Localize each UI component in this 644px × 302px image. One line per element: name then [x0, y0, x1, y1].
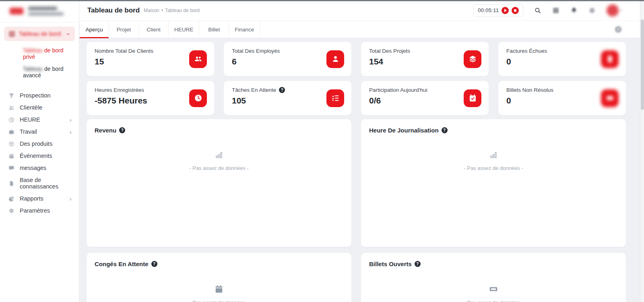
- tasks-icon: [326, 89, 344, 107]
- sidebar-item-private-dashboard[interactable]: Tableau de bord privé: [0, 44, 79, 63]
- sidebar-item-heure[interactable]: HEURE ›: [0, 114, 79, 126]
- chevron-right-icon: ›: [70, 129, 72, 135]
- settings-icon[interactable]: [588, 7, 596, 14]
- stat-card-total-clients: Nombre Total De Clients 15: [87, 42, 214, 76]
- chevron-down-icon: ›: [619, 9, 625, 11]
- empty-state: - Pas assez de données -: [369, 284, 618, 302]
- sidebar-item-dashboard[interactable]: Tableau de bord ›: [4, 27, 75, 41]
- panel-title: Revenu ?: [95, 127, 343, 134]
- page-title: Tableau de bord: [87, 6, 140, 14]
- ticket-icon: [489, 284, 498, 294]
- tab-apercu[interactable]: Aperçu: [79, 21, 109, 38]
- sidebar-nav: Prospection Clientèle HEURE › Travail › …: [0, 85, 79, 217]
- dashboard-tabs: Aperçu Projet Client HEURE Billet Financ…: [79, 21, 644, 38]
- app-root: Tableau de bord › Tableau de bord privé …: [0, 0, 644, 302]
- tab-projet[interactable]: Projet: [109, 21, 139, 38]
- empty-text: - Pas assez de données -: [464, 165, 523, 171]
- stat-card-heures-enregistrees: Heures Enregistrées -5875 Heures: [87, 81, 214, 115]
- users-icon: [189, 50, 207, 68]
- panel-title: Heure De Journalisation ?: [369, 127, 618, 134]
- help-icon[interactable]: ?: [279, 87, 285, 93]
- ticket-icon: [601, 89, 619, 107]
- breadcrumb: Maison • Tableau de bord: [144, 8, 200, 13]
- box-icon: [8, 141, 14, 147]
- page-scrollbar: [640, 0, 644, 302]
- scrollbar-thumb[interactable]: [641, 19, 644, 110]
- sidebar-item-travail[interactable]: Travail ›: [0, 126, 79, 138]
- panel-title: Congés En Attente ?: [95, 261, 343, 267]
- pie-chart-icon: [8, 196, 14, 202]
- panel-heure-journalisation: Heure De Journalisation ? - Pas assez de…: [361, 119, 626, 247]
- calendar-check-icon: [464, 89, 481, 107]
- tab-billet[interactable]: Billet: [199, 21, 229, 38]
- clock-icon: [8, 117, 14, 123]
- sidebar-item-produits[interactable]: Des produits: [0, 138, 79, 150]
- sidebar: Tableau de bord › Tableau de bord privé …: [0, 0, 79, 302]
- time-tracker-widget: 00:05:11: [473, 4, 523, 17]
- stat-card-factures-echues: Factures Échues 0: [498, 42, 626, 76]
- dashboard-content: Nombre Total De Clients 15 Total Des Emp…: [79, 38, 644, 302]
- page-header: Tableau de bord Maison • Tableau de bord…: [79, 0, 644, 21]
- sidebar-item-evenements[interactable]: Événements: [0, 150, 79, 162]
- bell-icon[interactable]: [570, 7, 578, 14]
- calendar-icon: [214, 284, 224, 294]
- panel-conges-en-attente: Congés En Attente ? - Pas assez de donné…: [87, 253, 351, 302]
- document-icon: [8, 180, 14, 186]
- briefcase-icon: [8, 129, 14, 135]
- sidebar-item-base-connaissances[interactable]: Base de connaissances: [0, 174, 79, 192]
- company-name-blurred: [28, 7, 57, 10]
- chevron-right-icon: ›: [70, 196, 72, 202]
- widget-settings-icon[interactable]: [613, 25, 623, 34]
- stat-card-total-projets: Total Des Projets 154: [361, 42, 489, 76]
- timer-play-button[interactable]: [502, 7, 509, 14]
- invoice-icon: [601, 50, 619, 68]
- help-icon[interactable]: ?: [442, 127, 448, 133]
- sidebar-item-parametres[interactable]: Paramètres: [0, 205, 79, 217]
- sidebar-item-clientele[interactable]: Clientèle: [0, 101, 79, 114]
- timer-value: 00:05:11: [478, 7, 499, 13]
- empty-state: - Pas assez de données -: [369, 151, 618, 171]
- empty-text: - Pas assez de données -: [189, 165, 248, 171]
- timer-stop-button[interactable]: [512, 7, 519, 14]
- stat-card-total-employes: Total Des Employés 6: [224, 42, 351, 76]
- funnel-icon: [8, 93, 14, 99]
- gear-icon: [8, 208, 14, 214]
- header-controls: 00:05:11 ›: [473, 4, 634, 17]
- stat-card-taches-en-attente: Tâches En Attente ? 105: [224, 81, 351, 115]
- bar-chart-icon: [215, 151, 223, 159]
- tab-client[interactable]: Client: [139, 21, 169, 38]
- user-menu[interactable]: ›: [607, 4, 623, 17]
- calendar-icon: [8, 153, 14, 159]
- chat-icon: [8, 165, 14, 171]
- layers-icon: [464, 50, 481, 68]
- logo-icon: [10, 8, 23, 14]
- sidebar-item-rapports[interactable]: Rapports ›: [0, 192, 79, 205]
- dashboard-icon: [9, 31, 15, 37]
- stat-card-participation: Participation Aujourd'hui 0/6: [361, 81, 489, 115]
- help-icon[interactable]: ?: [119, 127, 125, 133]
- breadcrumb-home[interactable]: Maison: [144, 8, 159, 13]
- sidebar-item-advanced-dashboard[interactable]: Tableau de bord avancé: [0, 63, 79, 81]
- sidebar-item-prospection[interactable]: Prospection: [0, 89, 79, 101]
- breadcrumb-separator: •: [161, 8, 163, 13]
- breadcrumb-current: Tableau de bord: [165, 8, 200, 13]
- bottom-row: Congés En Attente ? - Pas assez de donné…: [87, 253, 626, 302]
- apps-grid-icon[interactable]: [552, 7, 559, 14]
- chevron-down-icon: ›: [66, 33, 72, 35]
- tab-finance[interactable]: Finance: [229, 21, 260, 38]
- empty-text: - Pas assez de données -: [189, 300, 248, 302]
- clock-icon: [189, 89, 207, 107]
- users-icon: [8, 105, 14, 111]
- sidebar-item-messages[interactable]: messages: [0, 162, 79, 174]
- company-logo[interactable]: [0, 0, 79, 23]
- company-subtitle-blurred: [28, 12, 64, 15]
- tab-heure[interactable]: HEURE: [169, 21, 199, 38]
- panel-billets-ouverts: Billets Ouverts ? - Pas assez de données…: [361, 253, 626, 302]
- help-icon[interactable]: ?: [415, 261, 421, 267]
- stat-card-billets-non-resolus: Billets Non Résolus 0: [498, 81, 626, 115]
- search-icon[interactable]: [534, 7, 541, 14]
- help-icon[interactable]: ?: [151, 261, 157, 267]
- window-top-edge: [0, 0, 644, 1]
- empty-state: - Pas assez de données -: [95, 151, 343, 171]
- bar-chart-icon: [489, 151, 498, 159]
